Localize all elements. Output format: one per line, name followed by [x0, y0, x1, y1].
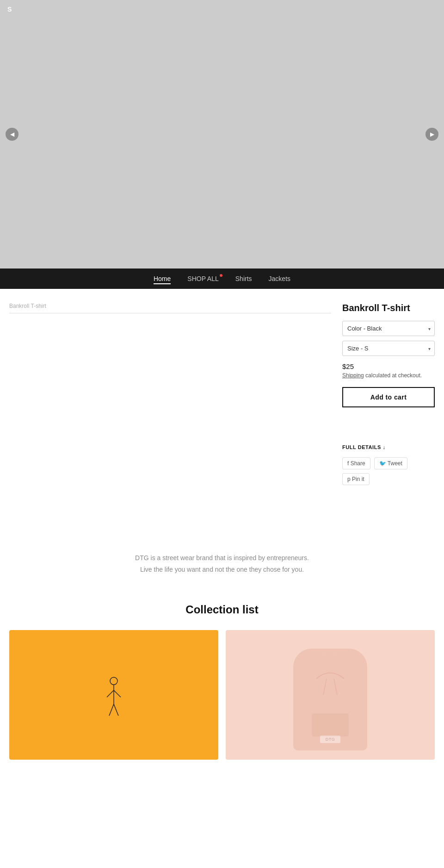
hero-section: S ◀ ▶	[0, 0, 444, 269]
collection-section: Collection list	[0, 594, 444, 778]
collection-title: Collection list	[9, 603, 435, 616]
product-title: Bankroll T-shirt	[342, 303, 435, 313]
hoodie-brand-text: DTG	[320, 736, 340, 743]
shop-all-dot	[220, 274, 222, 277]
size-select-wrapper[interactable]: Size - S Size - M Size - L Size - XL ▾	[342, 341, 435, 356]
collection-card-hoodie[interactable]: DTG	[226, 630, 435, 760]
color-select-wrapper[interactable]: Color - Black Color - White Color - Gray…	[342, 321, 435, 336]
brand-line2: Live the life you want and not the one t…	[18, 564, 426, 575]
hero-next-button[interactable]: ▶	[426, 128, 438, 141]
color-select[interactable]: Color - Black Color - White Color - Gray	[343, 321, 434, 336]
product-details-column: Bankroll T-shirt Color - Black Color - W…	[342, 303, 435, 515]
shipping-text: Shipping calculated at checkout.	[342, 372, 435, 379]
breadcrumb: Bankroll T-shirt	[9, 303, 331, 313]
share-twitter-button[interactable]: 🐦 Tweet	[374, 457, 407, 469]
brand-description: DTG is a street wear brand that is inspi…	[0, 515, 444, 594]
social-share-buttons: f Share 🐦 Tweet p Pin it	[342, 457, 435, 485]
product-price: $25	[342, 362, 435, 370]
brand-line1: DTG is a street wear brand that is inspi…	[18, 552, 426, 564]
product-image	[9, 321, 331, 515]
nav-item-jackets[interactable]: Jackets	[269, 275, 290, 282]
collection-grid: DTG	[9, 630, 435, 760]
shipping-link[interactable]: Shipping	[342, 372, 364, 379]
product-section: Bankroll T-shirt Bankroll T-shirt Color …	[0, 289, 444, 515]
hero-prev-button[interactable]: ◀	[6, 128, 18, 141]
nav-item-shop-all[interactable]: SHOP ALL	[187, 275, 218, 282]
add-to-cart-button[interactable]: Add to cart	[342, 387, 435, 407]
full-details-label: FULL DETAILS ↓	[342, 444, 435, 450]
share-facebook-button[interactable]: f Share	[342, 457, 370, 469]
hoodie-visual: DTG	[293, 649, 367, 750]
product-image-column: Bankroll T-shirt	[9, 303, 331, 515]
site-logo: S	[7, 6, 12, 13]
collection-card-tshirt[interactable]	[9, 630, 218, 760]
size-select[interactable]: Size - S Size - M Size - L Size - XL	[343, 341, 434, 356]
tshirt-svg	[68, 639, 160, 750]
svg-rect-9	[312, 713, 349, 737]
hoodie-svg	[293, 649, 367, 750]
share-pinterest-button[interactable]: p Pin it	[342, 473, 370, 485]
nav-item-home[interactable]: Home	[154, 275, 171, 282]
main-nav: Home SHOP ALL Shirts Jackets	[0, 269, 444, 289]
nav-item-shirts[interactable]: Shirts	[235, 275, 252, 282]
shipping-suffix: calculated at checkout.	[365, 372, 422, 379]
